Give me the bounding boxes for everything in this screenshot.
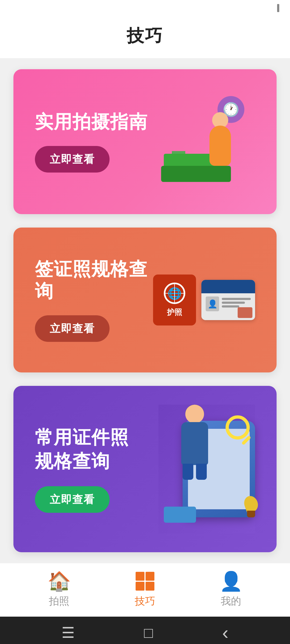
person-head [185, 405, 204, 423]
person-leg-right [196, 464, 207, 480]
status-bar [0, 0, 290, 16]
tab-skills[interactable]: 技巧 [102, 572, 188, 608]
system-menu-btn[interactable]: ☰ [61, 624, 75, 641]
card-visa-btn[interactable]: 立即查看 [35, 315, 110, 342]
card-certificate-text: 常用证件照 规格查询 立即查看 [35, 425, 158, 513]
card-certificate-btn[interactable]: 立即查看 [35, 486, 110, 513]
signal-icon [277, 4, 279, 12]
passport-book-icon: 🌐 护照 [153, 275, 196, 325]
system-nav-bar: ☰ □ ‹ [0, 617, 290, 644]
grid-cell-1 [136, 572, 144, 581]
card-photography: 实用拍摄指南 立即查看 🕐 [13, 69, 277, 214]
girl-body [209, 126, 231, 166]
tab-photo[interactable]: 🏠 拍照 [16, 572, 102, 608]
card-visa-illustration: 🌐 护照 👤 [153, 257, 255, 343]
page-title: 技巧 [0, 24, 290, 47]
card-visa-title: 签证照规格查询 [35, 258, 153, 302]
system-home-btn[interactable]: □ [144, 624, 153, 641]
passport-photo-placeholder: 👤 [206, 297, 219, 311]
passport-card: 👤 [201, 280, 255, 320]
person-leg-left [183, 464, 193, 480]
card-certificate-inner: 常用证件照 规格查询 立即查看 [13, 386, 277, 552]
girl-figure [204, 107, 247, 166]
main-content: 实用拍摄指南 立即查看 🕐 [0, 58, 290, 563]
card-photography-illustration: 🕐 [153, 91, 255, 193]
book-big [161, 166, 231, 182]
person-figure [177, 405, 215, 480]
photo-label: 拍照 [49, 594, 69, 608]
card-photography-inner: 实用拍摄指南 立即查看 🕐 [13, 69, 277, 214]
plant-decoration [244, 496, 258, 517]
passport-line-2 [222, 302, 245, 304]
card-visa-inner: 签证照规格查询 立即查看 🌐 护照 👤 [13, 228, 277, 372]
page-title-bar: 技巧 [0, 16, 290, 58]
mine-label: 我的 [221, 594, 241, 608]
card-photography-text: 实用拍摄指南 立即查看 [35, 111, 153, 173]
grid-cell-4 [146, 582, 154, 591]
passport-stamp [238, 307, 252, 318]
card-certificate: 常用证件照 规格查询 立即查看 [13, 386, 277, 552]
passport-line-3 [222, 305, 239, 308]
passport-label: 护照 [167, 307, 182, 317]
card-visa: 签证照规格查询 立即查看 🌐 护照 👤 [13, 228, 277, 372]
tab-mine[interactable]: 👤 我的 [188, 572, 274, 608]
card-certificate-title: 常用证件照 规格查询 [35, 425, 158, 473]
card-visa-text: 签证照规格查询 立即查看 [35, 258, 153, 342]
card-photography-btn[interactable]: 立即查看 [35, 146, 110, 173]
book-decoration [164, 507, 196, 523]
skills-label: 技巧 [135, 594, 155, 608]
passport-globe-icon: 🌐 [164, 283, 185, 304]
plant-pot [247, 511, 255, 517]
grid-icon [136, 572, 154, 591]
passport-line-1 [222, 298, 251, 300]
passport-card-header [201, 280, 255, 293]
grid-cell-3 [136, 582, 144, 591]
grid-cell-2 [146, 572, 154, 581]
system-back-btn[interactable]: ‹ [222, 622, 229, 643]
mine-icon: 👤 [219, 572, 243, 591]
person-body [181, 422, 208, 465]
card-photography-title: 实用拍摄指南 [35, 111, 153, 133]
skills-icon [136, 572, 154, 591]
magnify-icon [226, 415, 250, 440]
bottom-nav: 🏠 拍照 技巧 👤 我的 [0, 563, 290, 617]
card-certificate-illustration [158, 405, 255, 533]
photo-icon: 🏠 [48, 572, 71, 591]
person-legs [183, 464, 207, 480]
